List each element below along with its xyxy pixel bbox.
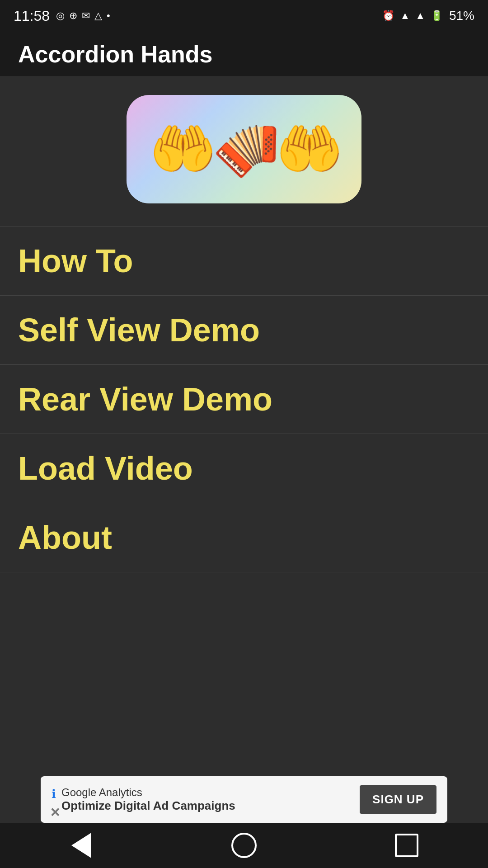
ad-close-icon[interactable]: ✕ (50, 805, 60, 820)
menu-item-label-load-video: Load Video (18, 450, 193, 486)
status-left: 11:58 ◎ ⊕ ✉ △ • (14, 8, 110, 24)
dot-indicator: • (107, 10, 110, 22)
ad-left: ℹ Google Analytics Optimize Digital Ad C… (52, 786, 235, 813)
ad-banner: ℹ Google Analytics Optimize Digital Ad C… (41, 776, 447, 823)
ad-signup-button[interactable]: SIGN UP (360, 785, 436, 814)
menu-item-load-video[interactable]: Load Video (0, 434, 488, 503)
location-icon: ⊕ (69, 10, 77, 22)
ad-text-block: Google Analytics Optimize Digital Ad Cam… (61, 786, 235, 813)
main-content: 🤲🪗🤲 How To Self View Demo Rear View Demo… (0, 77, 488, 572)
home-button[interactable] (226, 827, 262, 863)
ad-provider: Google Analytics (61, 786, 235, 799)
menu-item-label-self-view-demo: Self View Demo (18, 312, 260, 348)
app-bar: Accordion Hands (0, 32, 488, 77)
wifi-icon: ▲ (400, 10, 410, 22)
logo-container: 🤲🪗🤲 (0, 77, 488, 226)
drive-icon: △ (94, 10, 102, 22)
menu-item-label-about: About (18, 519, 112, 556)
status-icons-left: ◎ ⊕ ✉ △ • (56, 10, 110, 22)
home-icon (231, 833, 257, 858)
ad-info-icon: ℹ (52, 787, 56, 801)
menu-item-how-to[interactable]: How To (0, 226, 488, 296)
alarm-icon: ⏰ (382, 10, 394, 22)
bottom-nav (0, 823, 488, 868)
back-icon (71, 833, 91, 858)
status-right: ⏰ ▲ ▲ 🔋 51% (382, 9, 474, 23)
status-time: 11:58 (14, 8, 50, 24)
status-icons-right: ⏰ ▲ ▲ 🔋 (382, 10, 443, 22)
pocket-casts-icon: ◎ (56, 10, 65, 22)
gmail-icon: ✉ (82, 10, 90, 22)
app-title: Accordion Hands (18, 41, 213, 68)
signal-icon: ▲ (415, 10, 425, 22)
ad-subtitle: Optimize Digital Ad Campaigns (61, 799, 235, 813)
battery-percent: 51% (449, 9, 474, 23)
menu-list: How To Self View Demo Rear View Demo Loa… (0, 226, 488, 572)
recents-icon (395, 834, 418, 857)
status-bar: 11:58 ◎ ⊕ ✉ △ • ⏰ ▲ ▲ 🔋 51% (0, 0, 488, 32)
menu-item-rear-view-demo[interactable]: Rear View Demo (0, 365, 488, 434)
logo-box: 🤲🪗🤲 (127, 95, 361, 203)
menu-item-label-how-to: How To (18, 243, 133, 279)
menu-item-about[interactable]: About (0, 503, 488, 572)
battery-icon: 🔋 (431, 10, 443, 22)
recents-button[interactable] (389, 827, 425, 863)
accordion-image: 🤲🪗🤲 (149, 118, 339, 181)
menu-item-self-view-demo[interactable]: Self View Demo (0, 296, 488, 365)
back-button[interactable] (63, 827, 99, 863)
menu-item-label-rear-view-demo: Rear View Demo (18, 381, 272, 417)
